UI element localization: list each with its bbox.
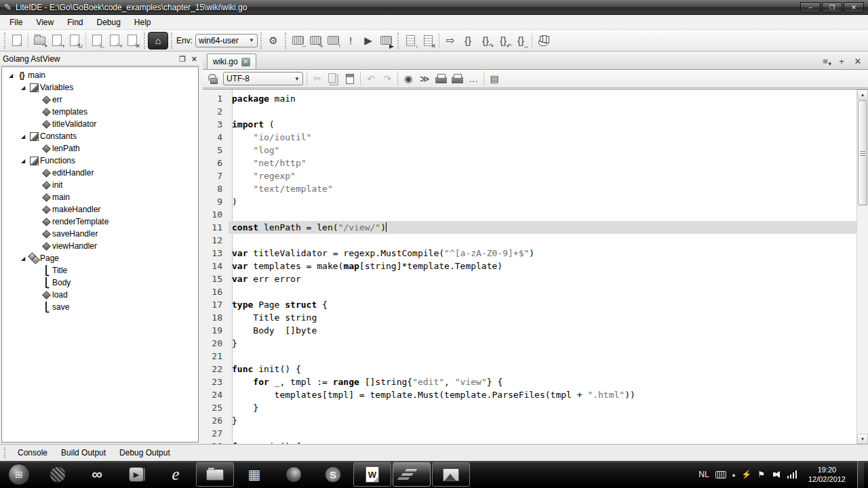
copy-icon[interactable] bbox=[326, 70, 342, 87]
tree-item-titleValidator[interactable]: titleValidator bbox=[2, 118, 198, 130]
tree-item-save[interactable]: +save bbox=[2, 301, 198, 313]
menu-find[interactable]: Find bbox=[60, 16, 90, 29]
hidden-icons-icon[interactable]: ▴ bbox=[732, 471, 736, 478]
tree-item-renderTemplate[interactable]: renderTemplate bbox=[2, 216, 198, 228]
encoding-select[interactable]: UTF-8▼ bbox=[223, 72, 303, 85]
paste-icon[interactable] bbox=[342, 70, 358, 87]
float-panel-icon[interactable]: ❐ bbox=[179, 55, 186, 64]
close-panel-icon[interactable]: ✕ bbox=[191, 55, 197, 64]
menu-help[interactable]: Help bbox=[127, 16, 158, 29]
braces-goto-icon[interactable]: {}→ bbox=[512, 32, 530, 49]
tree-item-Page[interactable]: ◢Page bbox=[2, 252, 198, 264]
tab-close-icon[interactable]: ✕ bbox=[241, 58, 250, 66]
close-session-icon[interactable]: ✕ bbox=[123, 32, 141, 49]
scrollbar-thumb[interactable] bbox=[858, 100, 867, 205]
skype-taskbar-button[interactable]: S bbox=[314, 462, 352, 487]
expander-icon[interactable]: ◢ bbox=[18, 85, 28, 91]
menu-file[interactable]: File bbox=[3, 16, 29, 29]
scroll-down-icon[interactable]: ▼ bbox=[857, 434, 868, 444]
code-editor[interactable]: 1package main23import (4 "io/ioutil"5 "l… bbox=[203, 89, 868, 444]
edit-config-icon[interactable]: ✎ bbox=[307, 32, 324, 49]
tree-item-viewHandler[interactable]: viewHandler bbox=[2, 240, 198, 252]
calculator-taskbar-button[interactable]: ▦ bbox=[235, 462, 273, 487]
tree-item-load[interactable]: load bbox=[2, 289, 198, 301]
tree-item-main[interactable]: ◢{}main bbox=[2, 69, 198, 81]
language-indicator[interactable]: NL bbox=[698, 470, 709, 479]
liteide-taskbar-button[interactable] bbox=[393, 462, 431, 487]
undo-icon[interactable]: ↶ bbox=[363, 70, 379, 87]
tab-list-icon[interactable]: ≡▾ bbox=[818, 54, 833, 68]
export-config-icon[interactable]: ↑ bbox=[324, 32, 342, 49]
vertical-scrollbar[interactable]: ▲ ▼ bbox=[856, 89, 868, 444]
print-icon[interactable] bbox=[433, 70, 449, 87]
tree-item-saveHandler[interactable]: saveHandler bbox=[2, 228, 198, 240]
restore-button[interactable]: ❐ bbox=[822, 2, 842, 13]
volume-icon[interactable] bbox=[771, 471, 780, 478]
new-file-icon[interactable] bbox=[8, 32, 26, 49]
output-tab-console[interactable]: Console bbox=[11, 445, 54, 460]
pan-hand-icon[interactable] bbox=[534, 32, 552, 49]
firefox-taskbar-button[interactable] bbox=[275, 462, 313, 487]
expander-icon[interactable]: ◢ bbox=[18, 256, 28, 262]
tree-item-templates[interactable]: templates bbox=[2, 106, 198, 118]
show-desktop-button[interactable] bbox=[857, 461, 864, 488]
new-tab-icon[interactable]: + bbox=[834, 54, 849, 68]
tree-item-Title[interactable]: +Title bbox=[2, 264, 198, 277]
print-preview-icon[interactable] bbox=[449, 70, 465, 87]
wordwrap-icon[interactable]: ▤ bbox=[486, 70, 502, 87]
open-folder-icon[interactable]: ↷ bbox=[31, 32, 48, 49]
close-button[interactable]: ✕ bbox=[844, 2, 864, 13]
network-signal-icon[interactable] bbox=[787, 470, 797, 479]
braces-icon[interactable]: {} bbox=[459, 32, 477, 49]
action-center-flag-icon[interactable]: ⚑ bbox=[757, 470, 765, 479]
power-plug-icon[interactable]: ⚡ bbox=[741, 470, 751, 479]
output-tab-debug-output[interactable]: Debug Output bbox=[113, 445, 177, 460]
tree-item-main[interactable]: main bbox=[2, 191, 198, 203]
braces-fold-icon[interactable]: {}↷ bbox=[477, 32, 494, 49]
close-editor-icon[interactable]: ✕ bbox=[850, 54, 865, 68]
compile-file-icon[interactable]: ↓ bbox=[401, 32, 419, 49]
output-tab-build-output[interactable]: Build Output bbox=[54, 445, 113, 460]
expression-blend-taskbar-button[interactable]: ∞ bbox=[78, 462, 116, 487]
cut-icon[interactable]: ✂ bbox=[309, 70, 326, 87]
tree-item-lenPath[interactable]: lenPath bbox=[2, 142, 198, 155]
more-icon[interactable]: … bbox=[465, 70, 481, 87]
env-select[interactable]: win64-user▼ bbox=[195, 34, 258, 47]
menu-view[interactable]: View bbox=[29, 16, 60, 29]
record-icon[interactable]: ◉ bbox=[400, 70, 416, 87]
visual-studio-taskbar-button[interactable] bbox=[39, 462, 77, 487]
tree-item-Variables[interactable]: ◢Variables bbox=[2, 81, 198, 94]
windows-explorer-taskbar-button[interactable] bbox=[196, 462, 234, 487]
home-icon[interactable]: ⌂ bbox=[148, 32, 168, 49]
expander-icon[interactable]: ◢ bbox=[18, 134, 28, 140]
redo-icon[interactable]: ↷ bbox=[379, 70, 395, 87]
tree-item-makeHandler[interactable]: makeHandler bbox=[2, 203, 198, 216]
goto-arrow-icon[interactable]: ⇨ bbox=[441, 32, 459, 49]
debug-run-icon[interactable]: ▶ bbox=[377, 32, 395, 49]
tree-item-editHandler[interactable]: editHandler bbox=[2, 167, 198, 179]
run-icon[interactable]: ▶ bbox=[359, 32, 377, 49]
open-file-icon[interactable]: + bbox=[48, 32, 66, 49]
start-button[interactable]: ⊞ bbox=[3, 462, 35, 487]
tree-item-err[interactable]: err bbox=[2, 94, 198, 106]
reload-file-icon[interactable]: ↻ bbox=[66, 32, 83, 49]
options-gear-icon[interactable]: ⚙ bbox=[264, 32, 282, 49]
clock[interactable]: 19:20 12/02/2012 bbox=[803, 465, 851, 484]
save-session-icon[interactable]: + bbox=[106, 32, 123, 49]
media-player-taskbar-button[interactable]: ▶ bbox=[117, 462, 155, 487]
export-icon[interactable]: ≫ bbox=[416, 70, 433, 87]
expander-icon[interactable]: ◢ bbox=[18, 158, 28, 164]
tree-item-init[interactable]: init bbox=[2, 179, 198, 191]
braces-unfold-icon[interactable]: {}↶ bbox=[494, 32, 512, 49]
scroll-up-icon[interactable]: ▲ bbox=[857, 89, 868, 100]
minimize-button[interactable]: – bbox=[800, 2, 821, 13]
tree-item-Constants[interactable]: ◢Constants bbox=[2, 130, 198, 142]
load-session-icon[interactable]: ← bbox=[88, 32, 106, 49]
tab-wiki-go[interactable]: wiki.go ✕ bbox=[207, 54, 256, 69]
menu-debug[interactable]: Debug bbox=[90, 16, 127, 29]
keyboard-layout-icon[interactable] bbox=[715, 471, 726, 479]
build-icon[interactable]: ! bbox=[342, 32, 359, 49]
title-bar[interactable]: ✎ LiteIDE - E:\Go\GoBoek\code_examples\c… bbox=[0, 0, 868, 15]
clean-icon[interactable]: ✕ bbox=[419, 32, 437, 49]
word-taskbar-button[interactable]: W bbox=[353, 462, 391, 487]
